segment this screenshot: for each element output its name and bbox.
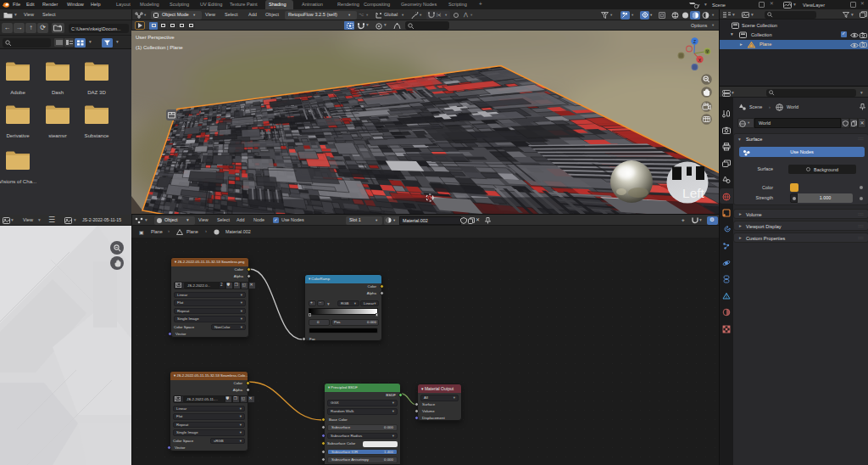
- svg-text:(1) Collection | Plane: (1) Collection | Plane: [136, 45, 183, 50]
- svg-text:User Perspective: User Perspective: [136, 35, 175, 40]
- svg-text:Z: Z: [693, 39, 696, 44]
- svg-text:Left: Left: [682, 186, 705, 200]
